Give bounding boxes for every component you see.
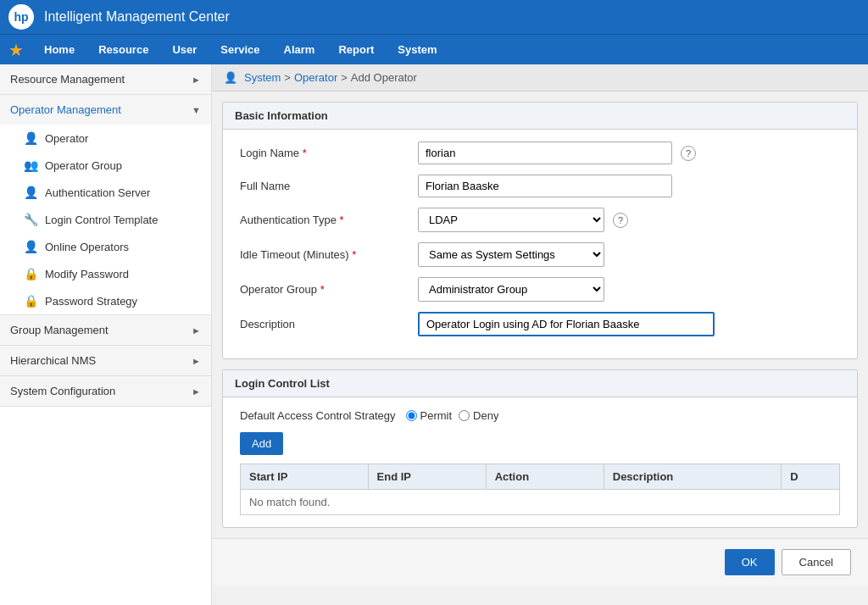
idle-timeout-select[interactable]: Same as System Settings 15 30 60 [418,242,604,267]
description-row: Description [240,312,840,336]
chevron-right-icon: ► [192,75,201,85]
auth-type-help-icon[interactable]: ? [613,213,628,228]
sidebar-section-header-hierarchical[interactable]: Hierarchical NMS ► [0,346,211,375]
nav-item-report[interactable]: Report [328,36,384,63]
sidebar-section-operator: Operator Management ▼ 👤 Operator 👥 Opera… [0,95,211,315]
nav-item-system[interactable]: System [387,36,447,63]
sidebar-item-label-auth-server: Authentication Server [45,186,150,199]
login-name-label: Login Name * [240,147,409,159]
nav-bar: ★ Home Resource User Service Alarm Repor… [0,34,868,64]
table-row-no-data: No match found. [241,490,840,515]
chevron-right-icon-group: ► [192,325,201,336]
description-input[interactable] [418,312,715,336]
sidebar-section-hierarchical: Hierarchical NMS ► [0,346,211,376]
chevron-right-icon-sysconfg: ► [192,386,201,397]
sidebar-section-header-operator[interactable]: Operator Management ▼ [0,95,211,125]
login-control-icon: 🔧 [24,213,38,226]
sidebar-item-label-operator-group: Operator Group [45,159,122,172]
breadcrumb-icon: 👤 [224,71,237,84]
sidebar-item-label-modify-password: Modify Password [45,268,129,280]
nav-item-service[interactable]: Service [210,36,270,63]
app-title: Intelligent Management Center [44,9,860,25]
nav-item-home[interactable]: Home [34,36,85,63]
login-name-input[interactable] [418,142,672,164]
sidebar-section-label-resource: Resource Management [10,73,125,86]
auth-server-icon: 👤 [24,186,38,199]
auth-type-select[interactable]: LDAP Local RADIUS [418,208,604,232]
auth-type-required: * [340,214,344,226]
add-button[interactable]: Add [240,432,283,455]
nav-item-resource[interactable]: Resource [88,36,159,63]
login-control-panel: Login Control List Default Access Contro… [222,369,858,528]
password-strategy-icon: 🔒 [24,294,38,308]
col-end-ip: End IP [368,464,486,490]
nav-item-user[interactable]: User [162,36,207,63]
sidebar-item-operator[interactable]: 👤 Operator [0,125,211,152]
operator-group-icon: 👥 [24,158,38,172]
sidebar-section-header-resource[interactable]: Resource Management ► [0,64,211,94]
basic-info-body: Login Name * ? Full Name [223,130,857,358]
sidebar: Resource Management ► Operator Managemen… [0,64,212,605]
operator-icon: 👤 [24,131,38,145]
nav-item-alarm[interactable]: Alarm [274,36,326,63]
cancel-button[interactable]: Cancel [782,549,851,575]
sidebar-section-group: Group Management ► [0,315,211,346]
description-label: Description [240,318,409,330]
sidebar-section-header-sysconfg[interactable]: System Configuration ► [0,376,211,406]
chevron-down-icon: ▼ [192,105,201,115]
deny-radio[interactable] [459,410,470,421]
access-control-row: Default Access Control Strategy Permit D… [240,409,840,422]
permit-radio-label[interactable]: Permit [406,409,453,422]
idle-timeout-label: Idle Timeout (Minutes) * [240,248,409,261]
main-layout: Resource Management ► Operator Managemen… [0,64,868,605]
sidebar-section-sysconfg: System Configuration ► [0,376,211,407]
idle-timeout-row: Idle Timeout (Minutes) * Same as System … [240,242,840,267]
permit-radio[interactable] [406,410,417,421]
sidebar-section-label-group: Group Management [10,324,108,336]
sidebar-item-label-online-operators: Online Operators [45,241,129,253]
breadcrumb: 👤 System > Operator > Add Operator [212,64,868,92]
login-name-row: Login Name * ? [240,142,840,164]
content-area: 👤 System > Operator > Add Operator Basic… [212,64,868,605]
login-control-table: Start IP End IP Action Description D No … [240,463,840,515]
sidebar-item-operator-group[interactable]: 👥 Operator Group [0,152,211,179]
operator-group-row: Operator Group * Administrator Group Ope… [240,277,840,302]
online-operators-icon: 👤 [24,240,38,253]
breadcrumb-operator[interactable]: Operator [294,71,337,84]
full-name-input[interactable] [418,175,672,197]
auth-type-label: Authentication Type * [240,214,409,226]
operator-group-label: Operator Group * [240,283,409,296]
favorites-star[interactable]: ★ [8,40,24,60]
breadcrumb-sep-2: > [341,71,348,84]
sidebar-item-login-control[interactable]: 🔧 Login Control Template [0,206,211,233]
full-name-label: Full Name [240,180,409,192]
sidebar-item-label-login-control: Login Control Template [45,214,158,226]
no-data-cell: No match found. [241,490,840,515]
permit-label: Permit [420,409,453,422]
hp-logo: hp [8,4,34,30]
sidebar-item-auth-server[interactable]: 👤 Authentication Server [0,179,211,206]
breadcrumb-current: Add Operator [351,71,417,84]
col-d: D [782,464,840,490]
sidebar-items-operator: 👤 Operator 👥 Operator Group 👤 Authentica… [0,125,211,314]
sidebar-section-header-group[interactable]: Group Management ► [0,315,211,345]
ok-button[interactable]: OK [725,549,775,575]
access-control-label: Default Access Control Strategy [240,409,396,422]
sidebar-item-online-operators[interactable]: 👤 Online Operators [0,233,211,260]
operator-group-select[interactable]: Administrator Group Operator Group Viewe… [418,277,604,302]
login-name-help-icon[interactable]: ? [681,146,696,161]
sidebar-item-modify-password[interactable]: 🔒 Modify Password [0,260,211,287]
operator-group-required: * [320,283,325,296]
login-control-body: Default Access Control Strategy Permit D… [223,397,857,527]
basic-info-header: Basic Information [223,103,857,130]
col-start-ip: Start IP [241,464,369,490]
breadcrumb-sep-1: > [284,71,291,84]
sidebar-section-label-hierarchical: Hierarchical NMS [10,354,96,367]
sidebar-item-password-strategy[interactable]: 🔒 Password Strategy [0,287,211,314]
sidebar-section-label-sysconfg: System Configuration [10,385,115,397]
sidebar-section-resource: Resource Management ► [0,64,211,95]
content-inner: Basic Information Login Name * ? [212,102,868,586]
breadcrumb-system[interactable]: System [244,71,281,84]
modify-password-icon: 🔒 [24,267,38,280]
deny-radio-label[interactable]: Deny [459,409,498,422]
